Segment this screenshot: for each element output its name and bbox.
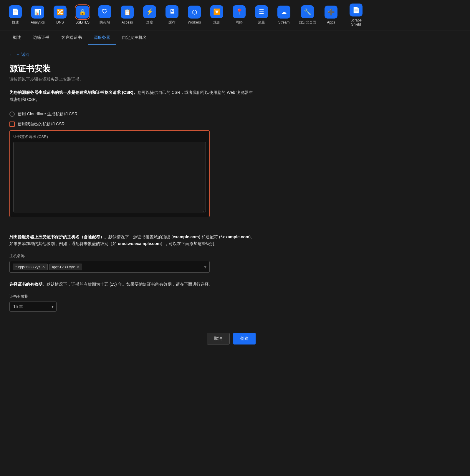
- nav-item-dns[interactable]: 🔀 DNS: [49, 2, 71, 29]
- nav-icon-custom-pages: 🔧: [301, 5, 314, 18]
- nav-label-speed: 速度: [146, 20, 153, 25]
- nav-item-access[interactable]: 📋 Access: [117, 2, 138, 29]
- main-content: ← ← 返回 源证书安装 请按照以下步骤在源服务器上安装证书。 为您的源服务器生…: [0, 45, 265, 352]
- nav-item-workers[interactable]: ⬡ Workers: [184, 2, 205, 29]
- page-subtitle: 请按照以下步骤在源服务器上安装证书。: [9, 77, 256, 82]
- radio-circle-cloudflare: [9, 111, 15, 117]
- validity-select-wrapper: 15 年 10 年 5 年 2 年 1 年 ▾: [9, 302, 57, 312]
- back-arrow-icon: ←: [9, 52, 14, 57]
- nav-icon-traffic: ☰: [255, 5, 268, 18]
- nav-icon-apps: ➕: [325, 6, 337, 19]
- nav-item-traffic[interactable]: ☰ 流量: [251, 2, 272, 29]
- nav-icon-rules: 🔽: [210, 5, 223, 18]
- nav-item-scrape-shield[interactable]: 📄 Scrape Shield: [343, 0, 369, 31]
- nav-item-firewall[interactable]: 🛡 防火墙: [94, 2, 115, 29]
- page-title: 源证书安装: [9, 63, 256, 74]
- hostname-dropdown-arrow-icon: ▾: [204, 264, 206, 270]
- nav-icon-dns: 🔀: [54, 6, 67, 19]
- nav-label-analytics: Analytics: [31, 20, 45, 24]
- nav-label-apps: Apps: [327, 20, 335, 24]
- nav-item-speed[interactable]: ⚡ 速度: [139, 2, 160, 29]
- sub-nav-custom-hostname[interactable]: 自定义主机名: [116, 31, 153, 45]
- nav-icon-scrape-shield: 📄: [350, 4, 363, 16]
- nav-item-network[interactable]: 📍 网络: [229, 2, 250, 29]
- validity-desc: 选择证书的有效期。默认情况下，证书的有效期为十五 (15) 年。如果要缩短证书的…: [9, 281, 256, 288]
- hostname-tag-wildcard-close[interactable]: ✕: [42, 265, 45, 269]
- nav-item-ssl-tls[interactable]: 🔒 SSL/TLS: [72, 2, 93, 29]
- hostname-desc: 列出源服务器上应受证书保护的主机名（含通配符）。默认情况下，源证书覆盖域的顶级 …: [9, 234, 256, 248]
- nav-label-access: Access: [122, 20, 133, 24]
- nav-item-cache[interactable]: 🖥 缓存: [161, 2, 183, 29]
- checkbox-own: [9, 122, 15, 127]
- nav-item-rules[interactable]: 🔽 规则: [206, 2, 227, 29]
- radio-option-cloudflare[interactable]: 使用 Cloudflare 生成私钥和 CSR: [9, 111, 256, 117]
- nav-item-analytics[interactable]: 📊 Analytics: [27, 2, 48, 29]
- nav-icon-cache: 🖥: [166, 5, 178, 18]
- csr-label: 证书签名请求 (CSR): [13, 134, 206, 139]
- sub-nav: 概述 边缘证书 客户端证书 源服务器 自定义主机名: [0, 31, 470, 45]
- nav-item-apps[interactable]: ➕ Apps: [320, 2, 342, 29]
- nav-icon-firewall: 🛡: [98, 5, 111, 18]
- nav-icon-overview: 📄: [9, 5, 22, 18]
- sub-nav-overview[interactable]: 概述: [7, 31, 27, 45]
- nav-label-traffic: 流量: [258, 20, 265, 25]
- top-nav: 📄 概述 📊 Analytics 🔀 DNS 🔒 SSL/TLS 🛡 防火墙 📋…: [0, 0, 470, 31]
- validity-field-label: 证书有效期: [9, 294, 256, 299]
- radio-label-own: 使用我自己的私钥和 CSR: [18, 122, 64, 127]
- nav-label-custom-pages: 自定义页面: [299, 20, 316, 25]
- cancel-button[interactable]: 取消: [207, 333, 230, 344]
- create-button[interactable]: 创建: [233, 333, 256, 344]
- nav-label-workers: Workers: [188, 20, 201, 24]
- radio-option-own: 使用我自己的私钥和 CSR 证书签名请求 (CSR): [9, 122, 256, 225]
- hostname-tag-root-value: lgq51233.xyz: [52, 265, 75, 269]
- hostname-tag-wildcard-value: *.lgq51233.xyz: [15, 265, 40, 269]
- nav-item-stream[interactable]: ☁ Stream: [273, 2, 294, 29]
- nav-label-stream: Stream: [278, 20, 290, 24]
- nav-icon-workers: ⬡: [188, 6, 201, 19]
- sub-nav-edge-cert[interactable]: 边缘证书: [27, 31, 55, 45]
- nav-label-rules: 规则: [213, 20, 220, 25]
- hostname-tag-root: lgq51233.xyz ✕: [49, 264, 82, 270]
- footer-buttons: 取消 创建: [9, 326, 256, 344]
- nav-icon-stream: ☁: [277, 6, 290, 19]
- back-link[interactable]: ← ← 返回: [9, 52, 256, 57]
- nav-label-overview: 概述: [12, 20, 19, 25]
- nav-label-ssl-tls: SSL/TLS: [75, 20, 90, 24]
- nav-label-network: 网络: [236, 20, 243, 25]
- radio-group: 使用 Cloudflare 生成私钥和 CSR 使用我自己的私钥和 CSR 证书…: [9, 111, 256, 225]
- sub-nav-client-cert[interactable]: 客户端证书: [55, 31, 88, 45]
- nav-item-overview[interactable]: 📄 概述: [5, 2, 26, 29]
- nav-label-firewall: 防火墙: [100, 20, 110, 25]
- back-link-label: ← 返回: [16, 52, 29, 57]
- section-desc: 为您的源服务器生成证书的第一步是创建私钥和证书签名请求 (CSR)。您可以提供自…: [9, 89, 256, 103]
- hostname-tag-wildcard: *.lgq51233.xyz ✕: [13, 264, 48, 270]
- nav-label-dns: DNS: [56, 20, 64, 24]
- radio-label-cloudflare: 使用 Cloudflare 生成私钥和 CSR: [18, 111, 77, 117]
- csr-textarea[interactable]: [13, 142, 206, 212]
- hostname-tag-root-close[interactable]: ✕: [77, 265, 80, 269]
- hostname-field-label: 主机名称: [9, 253, 256, 259]
- validity-select[interactable]: 15 年 10 年 5 年 2 年 1 年: [9, 302, 57, 312]
- csr-box: 证书签名请求 (CSR): [9, 130, 210, 217]
- radio-option-own-label[interactable]: 使用我自己的私钥和 CSR: [9, 122, 256, 127]
- nav-label-cache: 缓存: [168, 20, 176, 25]
- nav-label-scrape-shield: Scrape Shield: [346, 18, 366, 26]
- sub-nav-origin-server[interactable]: 源服务器: [88, 31, 116, 45]
- hostname-input[interactable]: *.lgq51233.xyz ✕ lgq51233.xyz ✕ ▾: [9, 261, 210, 273]
- nav-icon-network: 📍: [233, 5, 246, 18]
- nav-item-custom-pages[interactable]: 🔧 自定义页面: [296, 2, 319, 29]
- nav-icon-analytics: 📊: [31, 6, 44, 19]
- nav-icon-speed: ⚡: [143, 5, 156, 18]
- nav-icon-ssl-tls: 🔒: [76, 6, 89, 19]
- nav-icon-access: 📋: [121, 6, 134, 19]
